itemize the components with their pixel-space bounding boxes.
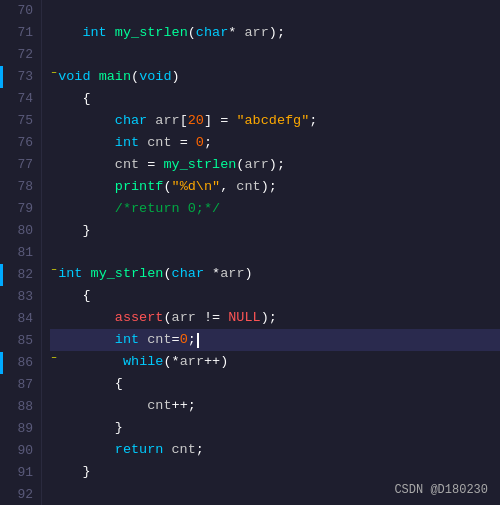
line-78: printf ( "%d\n" , cnt ); bbox=[50, 176, 500, 198]
line-num-80: 80 bbox=[0, 220, 41, 242]
line-76: int cnt = 0 ; bbox=[50, 132, 500, 154]
line-82: ⁻ int my_strlen ( char * arr ) bbox=[50, 263, 500, 285]
line-72 bbox=[50, 44, 500, 66]
line-num-79: 79 bbox=[0, 198, 41, 220]
line-num-74: 74 bbox=[0, 88, 41, 110]
line-83: { bbox=[50, 285, 500, 307]
line-73: ⁻ void main ( void ) bbox=[50, 66, 500, 88]
code-lines: int my_strlen ( char * arr ); ⁻ void mai… bbox=[42, 0, 500, 505]
line-num-81: 81 bbox=[0, 242, 41, 264]
line-num-77: 77 bbox=[0, 154, 41, 176]
code-content: 70 71 72 73 74 75 76 77 78 79 80 81 82 8… bbox=[0, 0, 500, 505]
line-70 bbox=[50, 0, 500, 22]
line-85: int cnt = 0 ; bbox=[50, 329, 500, 351]
line-89: } bbox=[50, 417, 500, 439]
line-81 bbox=[50, 242, 500, 264]
line-num-89: 89 bbox=[0, 418, 41, 440]
line-num-78: 78 bbox=[0, 176, 41, 198]
marker-86: ⁻ bbox=[50, 351, 58, 373]
line-num-86: 86 bbox=[0, 352, 41, 374]
line-77: cnt = my_strlen ( arr ); bbox=[50, 154, 500, 176]
line-num-92: 92 bbox=[0, 484, 41, 505]
line-num-70: 70 bbox=[0, 0, 41, 22]
indent bbox=[50, 22, 82, 44]
line-86: ⁻ while ( * arr ++) bbox=[50, 351, 500, 373]
line-num-75: 75 bbox=[0, 110, 41, 132]
line-num-90: 90 bbox=[0, 440, 41, 462]
line-num-88: 88 bbox=[0, 396, 41, 418]
line-91: } bbox=[50, 461, 500, 483]
line-80: } bbox=[50, 220, 500, 242]
line-75: char arr [ 20 ] = "abcdefg" ; bbox=[50, 110, 500, 132]
line-num-73: 73 bbox=[0, 66, 41, 88]
line-num-83: 83 bbox=[0, 286, 41, 308]
line-num-76: 76 bbox=[0, 132, 41, 154]
line-79: /*return 0;*/ bbox=[50, 198, 500, 220]
line-90: return cnt ; bbox=[50, 439, 500, 461]
line-num-87: 87 bbox=[0, 374, 41, 396]
line-num-85: 85 bbox=[0, 330, 41, 352]
fn-my-strlen: my_strlen bbox=[115, 22, 188, 44]
marker-82: ⁻ bbox=[50, 263, 58, 285]
line-74: { bbox=[50, 88, 500, 110]
line-num-72: 72 bbox=[0, 44, 41, 66]
line-numbers: 70 71 72 73 74 75 76 77 78 79 80 81 82 8… bbox=[0, 0, 42, 505]
code-editor: 70 71 72 73 74 75 76 77 78 79 80 81 82 8… bbox=[0, 0, 500, 505]
line-88: cnt ++; bbox=[50, 395, 500, 417]
line-num-82: 82 bbox=[0, 264, 41, 286]
line-71: int my_strlen ( char * arr ); bbox=[50, 22, 500, 44]
cursor bbox=[197, 333, 199, 348]
line-num-84: 84 bbox=[0, 308, 41, 330]
kw-int: int bbox=[82, 22, 106, 44]
line-num-71: 71 bbox=[0, 22, 41, 44]
marker-73: ⁻ bbox=[50, 66, 58, 88]
watermark: CSDN @D180230 bbox=[394, 483, 488, 497]
line-87: { bbox=[50, 373, 500, 395]
line-84: assert ( arr != NULL ); bbox=[50, 307, 500, 329]
line-num-91: 91 bbox=[0, 462, 41, 484]
